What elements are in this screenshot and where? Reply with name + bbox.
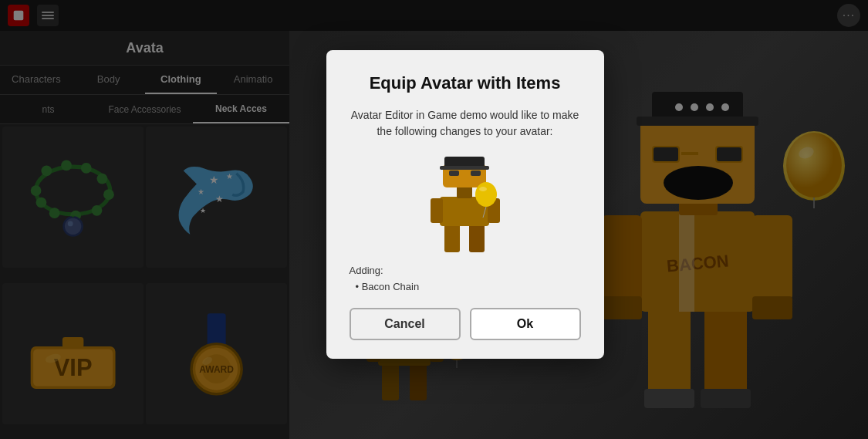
svg-point-89: [479, 187, 487, 191]
modal-body: Avatar Editor in Game demo would like to…: [350, 107, 581, 140]
svg-rect-82: [457, 186, 472, 198]
svg-rect-84: [444, 157, 485, 167]
modal-dialog: Equip Avatar with Items Avatar Editor in…: [326, 50, 604, 359]
modal-avatar-preview: [350, 152, 581, 252]
modal-title: Equip Avatar with Items: [350, 73, 581, 93]
modal-overlay: Equip Avatar with Items Avatar Editor in…: [0, 0, 868, 439]
svg-point-88: [475, 182, 497, 207]
svg-rect-85: [440, 166, 489, 170]
svg-rect-86: [449, 171, 459, 176]
modal-adding-label: Adding:: [350, 265, 581, 276]
svg-rect-80: [431, 198, 443, 223]
svg-rect-87: [471, 171, 481, 176]
modal-buttons: Cancel Ok: [350, 308, 581, 340]
ok-button[interactable]: Ok: [470, 308, 581, 340]
cancel-button[interactable]: Cancel: [350, 308, 461, 340]
modal-item-name: Bacon Chain: [350, 281, 581, 292]
